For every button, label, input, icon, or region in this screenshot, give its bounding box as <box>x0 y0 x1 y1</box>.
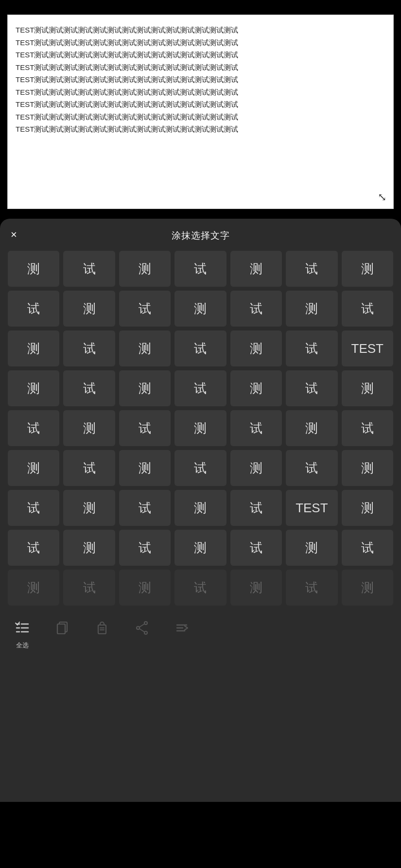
char-cell[interactable]: 试 <box>63 450 115 486</box>
char-cell[interactable]: 试 <box>174 450 226 486</box>
char-cell[interactable]: 测 <box>63 490 115 526</box>
char-cell[interactable]: 测 <box>8 370 59 406</box>
char-cell[interactable]: TEST <box>342 330 393 366</box>
svg-line-10 <box>139 629 145 632</box>
char-cell[interactable]: TEST <box>286 490 337 526</box>
char-cell[interactable]: 试 <box>230 530 282 566</box>
svg-rect-1 <box>57 624 65 634</box>
preview-line: TEST测试测试测试测试测试测试测试测试测试测试测试测试测试测试 <box>16 24 385 36</box>
bottom-panel: × 涂抹选择文字 测试测试测试测试测试测试测试测试测试测试TEST测试测试测试测… <box>0 219 401 802</box>
char-cell[interactable]: 测 <box>342 490 393 526</box>
char-cell[interactable]: 测 <box>8 251 59 287</box>
char-cell[interactable]: 试 <box>8 490 59 526</box>
more-item[interactable] <box>174 620 190 639</box>
preview-line: TEST测试测试测试测试测试测试测试测试测试测试测试测试测试测试 <box>16 61 385 74</box>
select-all-label: 全选 <box>16 641 29 650</box>
char-cell[interactable]: 测 <box>119 370 171 406</box>
bottom-toolbar: 全选 <box>0 606 401 655</box>
panel-header: × 涂抹选择文字 <box>0 219 401 251</box>
svg-point-8 <box>144 631 147 634</box>
preview-line: TEST测试测试测试测试测试测试测试测试测试测试测试测试测试测试 <box>16 123 385 136</box>
char-cell[interactable]: 测 <box>230 330 282 366</box>
char-cell[interactable]: 测 <box>8 450 59 486</box>
text-preview: TEST测试测试测试测试测试测试测试测试测试测试测试测试测试测试TEST测试测试… <box>7 15 394 209</box>
preview-line: TEST测试测试测试测试测试测试测试测试测试测试测试测试测试测试 <box>16 36 385 49</box>
char-cell[interactable]: 测 <box>230 370 282 406</box>
char-cell[interactable]: 测 <box>119 330 171 366</box>
char-cell[interactable]: 试 <box>342 410 393 446</box>
preview-line: TEST测试测试测试测试测试测试测试测试测试测试测试测试测试测试 <box>16 98 385 111</box>
char-cell[interactable]: 测 <box>119 570 171 606</box>
select-all-icon <box>15 620 30 639</box>
char-cell[interactable]: 试 <box>286 330 337 366</box>
char-cell[interactable]: 试 <box>286 570 337 606</box>
char-cell[interactable]: 测 <box>63 410 115 446</box>
char-cell[interactable]: 测 <box>342 570 393 606</box>
close-button[interactable]: × <box>11 229 17 240</box>
paste-item[interactable] <box>94 620 110 639</box>
char-cell[interactable]: 测 <box>230 450 282 486</box>
preview-content: TEST测试测试测试测试测试测试测试测试测试测试测试测试测试测试TEST测试测试… <box>16 24 385 136</box>
char-cell[interactable]: 测 <box>119 251 171 287</box>
char-cell[interactable]: 试 <box>63 370 115 406</box>
char-cell[interactable]: 试 <box>230 410 282 446</box>
char-cell[interactable]: 测 <box>8 570 59 606</box>
share-item[interactable] <box>134 620 150 639</box>
share-icon <box>134 620 150 639</box>
char-cell[interactable]: 试 <box>63 330 115 366</box>
copy-icon <box>54 620 70 639</box>
char-cell[interactable]: 测 <box>119 450 171 486</box>
char-cell[interactable]: 测 <box>342 251 393 287</box>
char-cell[interactable]: 测 <box>174 530 226 566</box>
char-cell[interactable]: 试 <box>119 530 171 566</box>
copy-item[interactable] <box>54 620 70 639</box>
char-cell[interactable]: 测 <box>342 450 393 486</box>
char-cell[interactable]: 测 <box>174 410 226 446</box>
char-cell[interactable]: 测 <box>174 291 226 327</box>
preview-line: TEST测试测试测试测试测试测试测试测试测试测试测试测试测试测试 <box>16 49 385 61</box>
select-all-item[interactable]: 全选 <box>15 620 30 650</box>
char-cell[interactable]: 试 <box>174 251 226 287</box>
char-cell[interactable]: 测 <box>286 410 337 446</box>
char-cell[interactable]: 试 <box>119 410 171 446</box>
char-cell[interactable]: 试 <box>286 450 337 486</box>
char-cell[interactable]: 试 <box>8 530 59 566</box>
svg-point-6 <box>144 622 147 625</box>
char-cell[interactable]: 测 <box>342 370 393 406</box>
char-cell[interactable]: 试 <box>119 291 171 327</box>
panel-title: 涂抹选择文字 <box>172 229 230 242</box>
expand-icon[interactable]: ⤡ <box>378 191 386 204</box>
char-cell[interactable]: 测 <box>230 251 282 287</box>
char-cell[interactable]: 测 <box>63 291 115 327</box>
char-cell[interactable]: 试 <box>174 570 226 606</box>
char-cell[interactable]: 试 <box>63 570 115 606</box>
char-cell[interactable]: 试 <box>230 490 282 526</box>
char-cell[interactable]: 试 <box>8 410 59 446</box>
char-cell[interactable]: 试 <box>342 291 393 327</box>
char-cell[interactable]: 测 <box>286 530 337 566</box>
char-cell[interactable]: 测 <box>8 330 59 366</box>
char-cell[interactable]: 试 <box>119 490 171 526</box>
char-cell[interactable]: 测 <box>286 291 337 327</box>
char-cell[interactable]: 测 <box>174 490 226 526</box>
svg-line-9 <box>139 624 145 627</box>
svg-point-7 <box>137 626 139 629</box>
char-cell[interactable]: 测 <box>230 570 282 606</box>
preview-line: TEST测试测试测试测试测试测试测试测试测试测试测试测试测试测试 <box>16 111 385 123</box>
preview-line: TEST测试测试测试测试测试测试测试测试测试测试测试测试测试测试 <box>16 86 385 99</box>
char-cell[interactable]: 试 <box>286 370 337 406</box>
char-cell[interactable]: 试 <box>8 291 59 327</box>
char-cell[interactable]: 测 <box>63 530 115 566</box>
char-cell[interactable]: 试 <box>230 291 282 327</box>
preview-line: TEST测试测试测试测试测试测试测试测试测试测试测试测试测试测试 <box>16 73 385 86</box>
more-icon <box>174 620 190 639</box>
paste-icon <box>94 620 110 639</box>
char-cell[interactable]: 试 <box>174 330 226 366</box>
char-cell[interactable]: 试 <box>174 370 226 406</box>
char-cell[interactable]: 试 <box>342 530 393 566</box>
char-cell[interactable]: 试 <box>63 251 115 287</box>
char-cell[interactable]: 试 <box>286 251 337 287</box>
character-grid: 测试测试测试测试测试测试测试测试测试测试TEST测试测试测试测试测试测试测试测试… <box>0 251 401 606</box>
